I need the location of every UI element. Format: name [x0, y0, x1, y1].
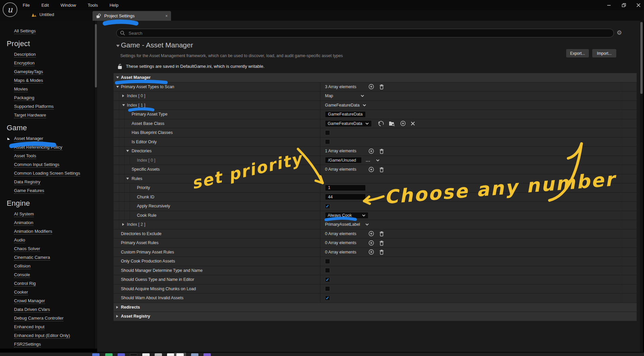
main-scrollbar-thumb[interactable] — [640, 22, 643, 94]
tab-project-settings[interactable]: Project Settings × — [93, 11, 171, 21]
row-directories-to-exclude[interactable]: Directories to Exclude 0 Array elements — [114, 229, 637, 239]
sidebar-item-enhanced-input[interactable]: Enhanced Input — [0, 323, 94, 331]
sidebar-item-asset-manager[interactable]: Asset Manager — [0, 134, 94, 143]
taskbar-icon[interactable] — [118, 353, 125, 356]
use-selected-asset-icon[interactable] — [378, 121, 384, 127]
row-primary-asset-types-to-scan[interactable]: Primary Asset Types to Scan 3 Array elem… — [114, 82, 637, 92]
category-asset-manager[interactable]: Asset Manager — [114, 73, 637, 82]
browse-to-asset-icon[interactable] — [389, 121, 395, 126]
row-should-warn-about-invalid-assets[interactable]: Should Warn About Invalid Assets — [114, 294, 637, 303]
apply-recursively-checkbox[interactable] — [325, 204, 330, 209]
sidebar-item-fsr2settings[interactable]: FSR2Settings — [0, 340, 94, 349]
menu-file[interactable]: File — [21, 1, 31, 9]
sidebar-item-encryption[interactable]: Encryption — [0, 59, 94, 67]
delete-icon[interactable] — [379, 167, 384, 172]
sidebar-item-control-rig[interactable]: Control Rig — [0, 279, 94, 288]
taskbar-icon[interactable] — [92, 353, 100, 356]
pick-asset-icon[interactable] — [400, 121, 406, 126]
expander-icon[interactable] — [122, 104, 125, 106]
expander-icon[interactable] — [116, 86, 119, 88]
add-element-icon[interactable] — [368, 167, 374, 172]
taskbar-icon[interactable] — [142, 353, 150, 356]
row-is-editor-only[interactable]: Is Editor Only — [114, 138, 637, 147]
sidebar-item-maps-modes[interactable]: Maps & Modes — [0, 76, 94, 85]
expander-icon[interactable] — [126, 150, 129, 152]
asset-type-dropdown[interactable]: GameFeatureData — [325, 103, 366, 108]
menu-help[interactable]: Help — [108, 1, 120, 9]
collapse-icon[interactable] — [116, 315, 118, 318]
map-dropdown[interactable]: Map — [325, 94, 364, 98]
collapse-arrow-icon[interactable] — [116, 45, 120, 47]
add-element-icon[interactable] — [368, 231, 374, 236]
sidebar-item-game-features[interactable]: Game Features — [0, 186, 94, 195]
delete-icon[interactable] — [379, 240, 384, 246]
chunk-id-input[interactable] — [325, 194, 366, 200]
sidebar-item-cinematic-camera[interactable]: Cinematic Camera — [0, 253, 94, 262]
add-element-icon[interactable] — [368, 249, 374, 255]
is-editor-only-checkbox[interactable] — [325, 139, 330, 144]
expander-icon[interactable] — [122, 95, 124, 97]
import-button[interactable]: Import... — [592, 49, 616, 57]
has-blueprint-classes-checkbox[interactable] — [325, 130, 330, 135]
delete-icon[interactable] — [379, 231, 384, 236]
sidebar-item-data-registry[interactable]: Data Registry — [0, 178, 94, 186]
expander-icon[interactable] — [122, 223, 124, 226]
row-directories-index-0[interactable]: Index [ 0 ] ... — [114, 156, 637, 165]
row-asset-base-class[interactable]: Asset Base Class GameFeatureData — [114, 119, 637, 129]
row-rules[interactable]: Rules — [114, 174, 637, 184]
settings-gear-icon[interactable]: ⚙ — [617, 29, 622, 36]
browse-ellipsis-button[interactable]: ... — [366, 158, 370, 163]
menu-tools[interactable]: Tools — [87, 1, 99, 9]
sidebar-item-all-settings[interactable]: All Settings — [0, 27, 94, 35]
row-only-cook-production-assets[interactable]: Only Cook Production Assets — [114, 257, 637, 266]
sidebar-item-ai-system[interactable]: AI System — [0, 210, 94, 218]
asset-base-class-dropdown[interactable]: GameFeatureData — [325, 120, 372, 127]
sidebar-item-animation[interactable]: Animation — [0, 218, 94, 227]
minimize-icon[interactable] — [607, 3, 611, 7]
delete-icon[interactable] — [379, 148, 384, 154]
row-apply-recursively[interactable]: Apply Recursively — [114, 202, 637, 211]
row-custom-primary-asset-rules[interactable]: Custom Primary Asset Rules 0 Array eleme… — [114, 248, 637, 257]
unreal-logo-icon[interactable]: u — [3, 2, 17, 17]
taskbar-icon[interactable] — [191, 353, 198, 356]
taskbar-icon[interactable] — [167, 353, 174, 356]
directory-path-input[interactable] — [325, 157, 362, 163]
row-chunk-id[interactable]: Chunk ID — [114, 193, 637, 202]
should-acquire-missing-chunks-checkbox[interactable] — [325, 286, 330, 291]
taskbar-icon[interactable] — [203, 353, 211, 356]
cook-rule-dropdown[interactable]: Always Cook — [325, 212, 368, 219]
taskbar-active-app[interactable] — [174, 353, 186, 356]
sidebar-item-supported-platforms[interactable]: Supported Platforms — [0, 102, 94, 111]
sidebar-item-target-hardware[interactable]: Target Hardware — [0, 111, 94, 120]
menu-edit[interactable]: Edit — [40, 1, 50, 9]
expander-icon[interactable] — [126, 178, 129, 180]
sidebar-item-data-driven-cvars[interactable]: Data Driven CVars — [0, 305, 94, 314]
priority-input[interactable] — [325, 185, 366, 191]
taskbar-icon[interactable] — [130, 353, 137, 356]
search-input[interactable] — [128, 30, 610, 36]
tab-untitled[interactable]: Untitled — [31, 12, 54, 17]
add-element-icon[interactable] — [368, 84, 374, 90]
row-index-0[interactable]: Index [ 0 ] Map — [114, 92, 637, 101]
row-primary-asset-type[interactable]: Primary Asset Type — [114, 110, 637, 119]
clear-icon[interactable] — [411, 121, 415, 126]
collapse-icon[interactable] — [116, 306, 118, 309]
export-button[interactable]: Export... — [566, 49, 589, 57]
menu-window[interactable]: Window — [59, 1, 77, 9]
tab-close-icon[interactable]: × — [165, 14, 168, 18]
sidebar-item-asset-referencing-policy[interactable]: Asset Referencing Policy — [0, 143, 94, 152]
sidebar-item-debug-camera-controller[interactable]: Debug Camera Controller — [0, 314, 94, 323]
row-specific-assets[interactable]: Specific Assets 0 Array elements — [114, 165, 637, 174]
sidebar-item-cooker[interactable]: Cooker — [0, 288, 94, 297]
sidebar-scrollbar-thumb[interactable] — [95, 24, 97, 87]
close-icon[interactable] — [636, 3, 641, 7]
row-cook-rule[interactable]: Cook Rule Always Cook — [114, 211, 637, 220]
sidebar-item-collision[interactable]: Collision — [0, 262, 94, 271]
should-manager-determine-checkbox[interactable] — [325, 268, 330, 273]
sidebar-item-chaos-solver[interactable]: Chaos Solver — [0, 244, 94, 253]
should-warn-invalid-assets-checkbox[interactable] — [325, 296, 330, 301]
chevron-down-icon[interactable] — [376, 158, 380, 162]
add-element-icon[interactable] — [368, 240, 374, 246]
sidebar-item-asset-tools[interactable]: Asset Tools — [0, 152, 94, 160]
sidebar-item-packaging[interactable]: Packaging — [0, 94, 94, 102]
